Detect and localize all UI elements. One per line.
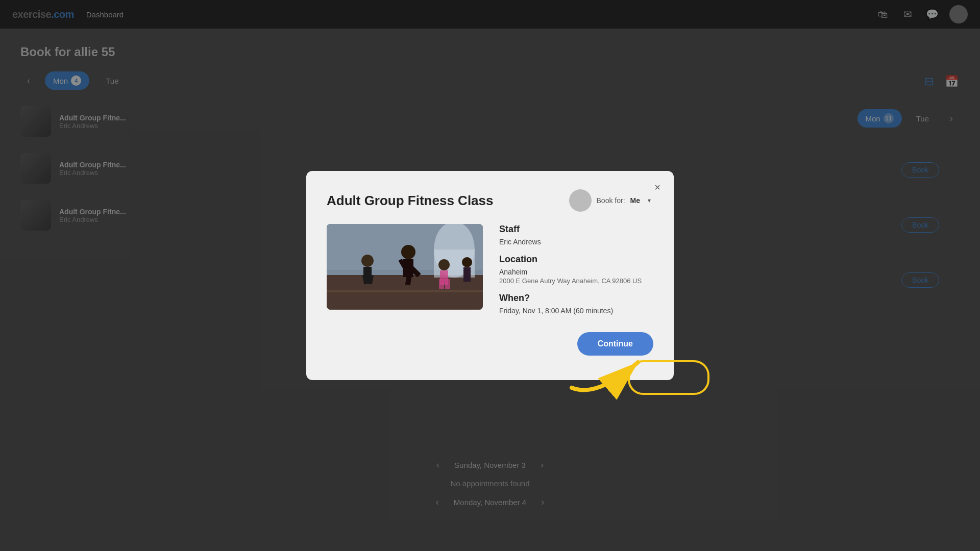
location-city: Anaheim xyxy=(499,268,653,276)
svg-rect-19 xyxy=(445,279,450,289)
svg-point-6 xyxy=(361,255,374,267)
continue-button[interactable]: Continue xyxy=(577,332,653,356)
location-section-label: Location xyxy=(499,254,653,265)
when-section-label: When? xyxy=(499,293,653,304)
book-for-row: Book for: Me ▾ xyxy=(569,189,653,212)
book-for-value: Me xyxy=(630,196,640,205)
svg-rect-21 xyxy=(463,267,471,282)
svg-point-20 xyxy=(462,257,472,267)
when-value: Friday, Nov 1, 8:00 AM (60 minutes) xyxy=(499,307,653,315)
modal-details: Staff Eric Andrews Location Anaheim 2000… xyxy=(499,224,653,316)
svg-rect-22 xyxy=(327,290,483,292)
modal-header: Adult Group Fitness Class Book for: Me ▾ xyxy=(327,189,653,212)
class-image xyxy=(327,224,483,310)
location-address: 2000 E Gene Autry Way Anaheim, CA 92806 … xyxy=(499,277,653,285)
staff-name: Eric Andrews xyxy=(499,238,653,246)
booking-modal: × Adult Group Fitness Class Book for: Me… xyxy=(306,171,674,380)
book-for-label: Book for: xyxy=(597,196,625,205)
modal-footer: Continue xyxy=(327,332,653,356)
close-modal-button[interactable]: × xyxy=(649,179,666,195)
class-image-inner xyxy=(327,224,483,310)
modal-title: Adult Group Fitness Class xyxy=(327,193,494,209)
book-for-avatar xyxy=(569,189,592,212)
staff-section-label: Staff xyxy=(499,224,653,235)
close-icon: × xyxy=(654,182,660,193)
modal-body: Staff Eric Andrews Location Anaheim 2000… xyxy=(327,224,653,316)
svg-point-16 xyxy=(438,259,450,270)
svg-point-10 xyxy=(401,245,415,259)
chevron-down-icon[interactable]: ▾ xyxy=(645,196,653,205)
svg-rect-18 xyxy=(439,279,444,289)
